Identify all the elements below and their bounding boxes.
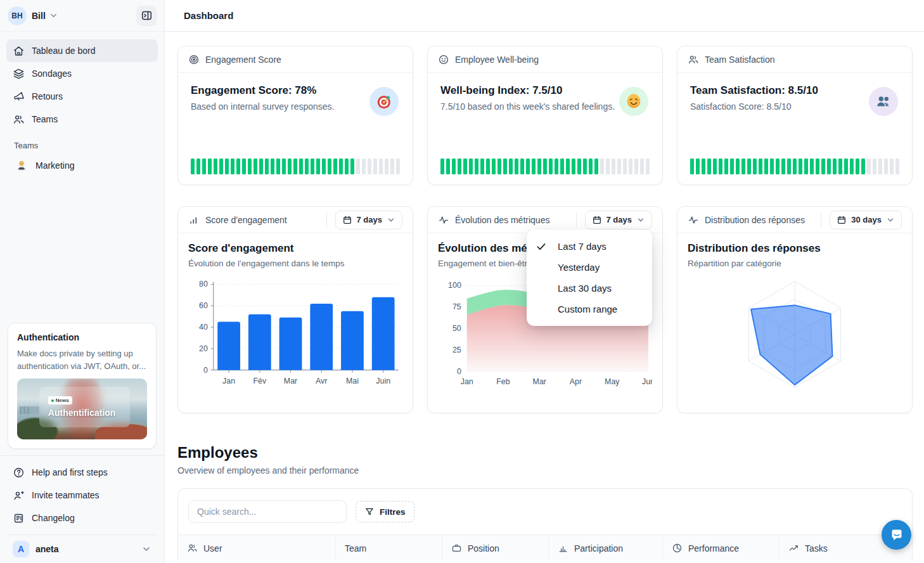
- kpi-title: Well-being Index: 7.5/10: [440, 84, 650, 97]
- teams-section-label: Teams: [6, 131, 158, 154]
- kpi-title: Team Satisfaction: 8.5/10: [690, 84, 899, 97]
- svg-text:0: 0: [203, 366, 208, 375]
- employees-toolbar: Filtres: [178, 489, 912, 534]
- news-badge-label: News: [56, 398, 69, 403]
- svg-text:Juin: Juin: [376, 377, 390, 385]
- period-selector-button[interactable]: 7 days: [335, 210, 402, 230]
- svg-text:Apr: Apr: [570, 377, 582, 386]
- bar-chart-svg: 020406080JanFévMarAvrMaiJuin: [188, 275, 402, 395]
- sidebar-item-marketing[interactable]: Marketing: [6, 154, 158, 177]
- menu-item-yesterday[interactable]: Yesterday: [527, 257, 652, 278]
- chart-subtitle: Évolution de l'engagement dans le temps: [188, 259, 402, 268]
- column-label: Participation: [574, 543, 623, 553]
- panel-collapse-icon: [141, 10, 153, 22]
- kpi-card-header: Team Satisfaction: [677, 46, 912, 73]
- briefcase-icon: [451, 543, 462, 553]
- charts-row: Score d'engagement 7 days Score d'engage…: [177, 206, 913, 413]
- svg-text:Mar: Mar: [284, 377, 297, 385]
- busts-emoji-badge: [869, 87, 898, 116]
- progress-bar: [690, 159, 899, 174]
- sidebar-item-invite[interactable]: Invite teammates: [6, 484, 158, 507]
- sidebar-item-changelog[interactable]: Changelog: [6, 507, 158, 529]
- chart-title: Distribution des réponses: [688, 242, 902, 255]
- menu-item-custom-range[interactable]: Custom range: [527, 299, 652, 320]
- chart-header-right: 7 days: [326, 210, 402, 230]
- bar-chart-plot: 020406080JanFévMarAvrMaiJuin: [188, 275, 402, 395]
- sidebar-item-label: Teams: [32, 114, 58, 124]
- kpi-body: Well-being Index: 7.5/10 7.5/10 based on…: [428, 73, 662, 184]
- main-area: Dashboard Engagement Score Engagement Sc…: [165, 0, 924, 563]
- column-header-position[interactable]: Position: [442, 535, 548, 561]
- chart-title: Score d'engagement: [188, 242, 402, 255]
- promo-card-authentication[interactable]: Authentication Make docs private by sett…: [8, 323, 157, 449]
- column-header-user[interactable]: User: [178, 535, 335, 561]
- kpi-subtitle: Based on internal survey responses.: [191, 101, 400, 112]
- user-name[interactable]: Bill: [32, 11, 46, 21]
- svg-text:Mar: Mar: [533, 377, 546, 386]
- workspace-switcher[interactable]: A aneta: [6, 534, 158, 563]
- users-icon: [187, 543, 198, 553]
- column-header-participation[interactable]: Participation: [548, 535, 662, 561]
- pie-chart-icon: [672, 543, 683, 553]
- chat-launcher-button[interactable]: [882, 520, 911, 550]
- employees-table-header: User Team Position Participation Perform…: [178, 534, 912, 561]
- kpi-header-label: Engagement Score: [205, 55, 281, 65]
- progress-bar: [440, 159, 650, 174]
- radar-chart-plot: [688, 275, 902, 395]
- promo-title: Authentication: [17, 332, 147, 342]
- menu-item-label: Last 7 days: [558, 241, 606, 252]
- sidebar-item-help[interactable]: Help and first steps: [6, 461, 158, 484]
- chart-card-metrics: Évolution des métriques 7 days Évolution…: [427, 206, 663, 413]
- sidebar-item-tableau-de-bord[interactable]: Tableau de bord: [6, 39, 158, 62]
- kpi-subtitle: Satisfaction Score: 8.5/10: [690, 101, 899, 112]
- filters-button[interactable]: Filtres: [356, 501, 414, 522]
- chart-header-right: 30 days: [821, 210, 902, 230]
- users-icon: [13, 113, 25, 126]
- layers-icon: [13, 68, 25, 80]
- svg-text:50: 50: [452, 324, 461, 333]
- svg-text:Jun: Jun: [642, 377, 652, 386]
- menu-item-last-30-days[interactable]: Last 30 days: [527, 278, 652, 299]
- calendar-icon: [837, 215, 847, 225]
- megaphone-icon: [13, 91, 25, 103]
- sidebar-collapse-button[interactable]: [136, 6, 157, 26]
- sidebar-footer-nav: Help and first steps Invite teammates Ch…: [0, 455, 164, 563]
- home-icon: [13, 45, 25, 57]
- kpi-header-label: Employee Well-being: [455, 55, 539, 65]
- svg-text:Jan: Jan: [222, 377, 235, 385]
- chevron-down-icon[interactable]: [49, 11, 58, 20]
- user-avatar[interactable]: BH: [8, 6, 27, 25]
- sidebar-item-label: Help and first steps: [32, 467, 108, 477]
- period-selector-button[interactable]: 30 days: [830, 210, 902, 230]
- sidebar-header: BH Bill: [0, 0, 164, 32]
- sidebar-item-sondages[interactable]: Sondages: [6, 62, 158, 85]
- menu-item-label: Last 30 days: [558, 283, 612, 294]
- kpi-card-header: Engagement Score: [178, 46, 413, 73]
- chevron-down-icon: [387, 216, 395, 224]
- employees-card: Filtres User Team Position Participation: [177, 488, 913, 561]
- kpi-title: Engagement Score: 78%: [191, 84, 400, 97]
- period-label: 30 days: [851, 215, 882, 224]
- bar-chart-icon: [188, 214, 200, 226]
- team-item-label: Marketing: [35, 160, 74, 171]
- check-icon: [536, 241, 547, 252]
- sidebar-nav: Tableau de bord Sondages Retours Teams T…: [0, 32, 164, 177]
- workspace-name: aneta: [35, 544, 59, 554]
- promo-description: Make docs private by setting up authenti…: [17, 347, 147, 372]
- divider: [326, 213, 327, 227]
- chart-header-right: 7 days: [576, 210, 652, 230]
- period-selector-button[interactable]: 7 days: [585, 210, 652, 230]
- chevron-down-icon: [141, 544, 151, 554]
- menu-item-last-7-days[interactable]: Last 7 days: [527, 236, 652, 257]
- promo-image[interactable]: News Authentification: [17, 379, 147, 439]
- column-label: User: [203, 543, 222, 553]
- news-badge-dot: [51, 399, 54, 402]
- target-icon: [188, 54, 200, 65]
- column-header-team[interactable]: Team: [335, 535, 442, 561]
- column-header-performance[interactable]: Performance: [662, 535, 779, 561]
- period-label: 7 days: [357, 215, 382, 224]
- news-badge: News: [48, 396, 72, 404]
- search-input[interactable]: [188, 500, 347, 523]
- sidebar-item-teams[interactable]: Teams: [6, 108, 158, 131]
- sidebar-item-retours[interactable]: Retours: [6, 85, 158, 108]
